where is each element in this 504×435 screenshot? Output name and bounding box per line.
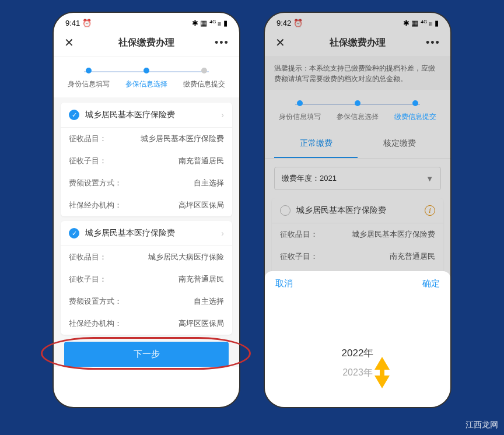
picker-toolbar: 取消 确定 [265,271,450,296]
step-2: 参保信息选择 [117,68,175,89]
svg-rect-2 [380,369,384,377]
nav-bar: ✕ 社保缴费办理 ••• [54,31,239,57]
alarm-icon: ⏰ [82,19,92,27]
step-label: 缴费信息提交 [387,112,444,122]
step-label: 参保信息选择 [328,112,386,122]
step-label: 参保信息选择 [117,79,175,89]
step-1: 身份信息填写 [271,100,328,122]
row-mode: 费额设置方式：自主选择 [61,172,232,194]
step-2: 参保信息选择 [328,100,386,122]
step-dot [297,100,303,106]
insurance-card-2: ✓ 城乡居民基本医疗保险费 › 征收品目：城乡居民大病医疗保险 征收子目：南充普… [61,221,232,335]
step-3: 缴费信息提交 [387,100,444,122]
payment-mode-tabs: 正常缴费 核定缴费 [265,130,450,159]
year-picker: 取消 确定 2022年 2023年 [265,271,450,407]
year-selector[interactable]: 缴费年度：2021 ▼ [274,167,441,190]
row-agency: 社保经办机构：高坪区医保局 [61,194,232,216]
check-icon: ✓ [69,228,79,238]
tab-normal-payment[interactable]: 正常缴费 [274,130,358,158]
picker-wheel[interactable]: 2022年 2023年 [265,296,450,395]
page-title: 社保缴费办理 [78,37,215,49]
row-agency: 社保经办机构：高坪区医保局 [61,313,232,335]
step-label: 缴费信息提交 [176,79,233,89]
row-mode: 费额设置方式：自主选择 [61,290,232,313]
picker-option[interactable]: 2023年 [265,363,450,383]
chevron-right-icon: › [221,229,224,238]
more-icon[interactable]: ••• [215,37,229,49]
status-indicators: ✱ ▦ ⁴ᴳ ᵢₗₗ ▮ [403,19,439,27]
close-icon[interactable]: ✕ [275,36,289,50]
row-levy-item: 征收品目：城乡居民大病医疗保险 [61,246,232,268]
card-title: 城乡居民基本医疗保险费 [296,205,425,216]
next-step-button[interactable]: 下一步 [64,342,229,367]
step-dot [86,68,92,73]
step-dot [355,100,360,106]
status-bar: 9:41 ⏰ ✱ ▦ ⁴ᴳ ᵢₗₗ ▮ [54,13,239,31]
page-title: 社保缴费办理 [289,37,426,49]
row-sub-item: 征收子目：南充普通居民 [272,245,443,268]
info-icon[interactable]: i [425,205,435,216]
step-label: 身份信息填写 [60,79,117,89]
row-levy-item: 征收品目：城乡居民基本医疗保险费 [272,223,443,245]
card-title: 城乡居民基本医疗保险费 [85,110,221,120]
nav-bar: ✕ 社保缴费办理 ••• [265,31,450,57]
svg-marker-0 [374,357,390,370]
step-dot [144,68,149,73]
tab-verified-payment[interactable]: 核定缴费 [358,130,441,158]
more-icon[interactable]: ••• [426,37,440,49]
status-indicators: ✱ ▦ ⁴ᴳ ᵢₗₗ ▮ [192,19,228,27]
check-icon: ✓ [69,110,79,120]
status-time: 9:42 ⏰ [276,19,303,27]
picker-confirm-button[interactable]: 确定 [422,278,440,289]
row-sub-item: 征收子目：南充普通居民 [61,150,232,172]
hint-text: 温馨提示：本系统支持已缴费险种的提档补差，应缴费额请填写需要缴费的档次对应的总金… [265,57,450,90]
phone-left: 9:41 ⏰ ✱ ▦ ⁴ᴳ ᵢₗₗ ▮ ✕ 社保缴费办理 ••• 身份信息填写 … [52,12,240,408]
picker-cancel-button[interactable]: 取消 [275,278,293,289]
close-icon[interactable]: ✕ [64,36,78,50]
progress-stepper: 身份信息填写 参保信息选择 缴费信息提交 [54,57,239,97]
watermark: 江西龙网 [466,420,498,430]
row-levy-item: 征收品目：城乡居民基本医疗保险费 [61,128,232,150]
step-label: 身份信息填写 [271,112,328,122]
card-header[interactable]: ✓ 城乡居民基本医疗保险费 › [61,103,232,128]
picker-option[interactable]: 2022年 [265,343,450,363]
radio-unchecked-icon[interactable] [280,205,290,216]
chevron-right-icon: › [221,110,224,120]
chevron-down-icon: ▼ [426,174,433,183]
step-dot [412,100,418,106]
alarm-icon: ⏰ [293,19,303,27]
scroll-arrows-icon [372,357,392,391]
card-title: 城乡居民基本医疗保险费 [85,228,221,238]
status-time: 9:41 ⏰ [65,19,92,27]
year-selector-label: 缴费年度：2021 [282,173,337,184]
card-header[interactable]: 城乡居民基本医疗保险费 i [272,198,443,223]
svg-marker-1 [374,376,390,388]
step-dot [201,68,207,73]
row-sub-item: 征收子目：南充普通居民 [61,268,232,290]
card-header[interactable]: ✓ 城乡居民基本医疗保险费 › [61,221,232,246]
insurance-card-1: ✓ 城乡居民基本医疗保险费 › 征收品目：城乡居民基本医疗保险费 征收子目：南充… [61,103,232,216]
status-bar: 9:42 ⏰ ✱ ▦ ⁴ᴳ ᵢₗₗ ▮ [265,13,450,31]
step-3: 缴费信息提交 [176,68,233,89]
progress-stepper: 身份信息填写 参保信息选择 缴费信息提交 [265,90,450,130]
step-1: 身份信息填写 [60,68,117,89]
phone-right: 9:42 ⏰ ✱ ▦ ⁴ᴳ ᵢₗₗ ▮ ✕ 社保缴费办理 ••• 温馨提示：本系… [264,12,452,408]
